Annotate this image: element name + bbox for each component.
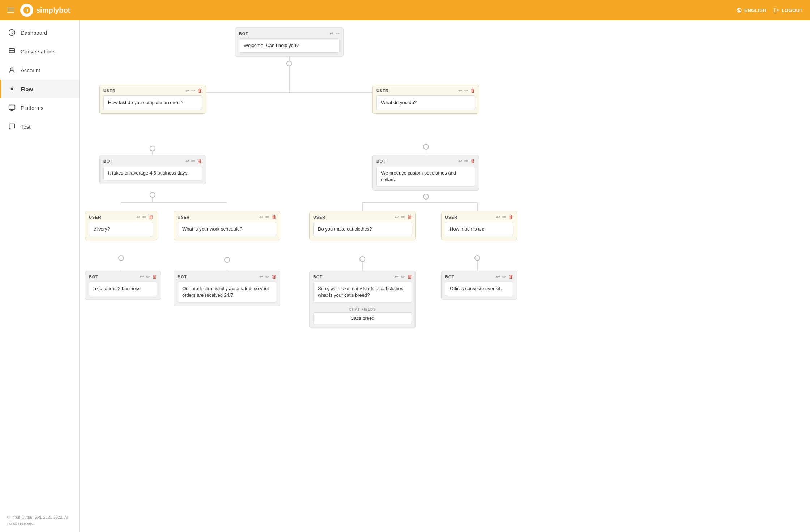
delete-icon[interactable]: 🗑: [152, 274, 157, 279]
node-body: What is your work schedule?: [178, 222, 276, 236]
node-body: elivery?: [89, 222, 153, 236]
account-icon: [8, 66, 16, 74]
delete-icon[interactable]: 🗑: [407, 274, 412, 279]
node-user-delivery: USER ↩ ✏ 🗑 elivery?: [85, 211, 157, 240]
node-user-howmuch: USER ↩ ✏ 🗑 How much is a c: [441, 211, 517, 240]
reply-icon[interactable]: ↩: [496, 274, 500, 279]
delete-icon[interactable]: 🗑: [197, 158, 202, 164]
node-label: USER: [376, 89, 389, 93]
connector-dot: [118, 255, 124, 261]
reply-icon[interactable]: ↩: [496, 214, 500, 220]
node-header: BOT ↩ ✏ 🗑: [310, 271, 415, 282]
node-body: What do you do?: [376, 95, 475, 110]
dashboard-icon: [8, 29, 16, 36]
connector-dot: [474, 255, 480, 261]
reply-icon[interactable]: ↩: [136, 214, 140, 220]
node-body: Sure, we make many kinds of cat clothes,…: [313, 282, 412, 303]
node-body: Our production is fully automated, so yo…: [178, 282, 276, 303]
logout-button[interactable]: LOGOUT: [773, 7, 803, 13]
node-bot-produce: BOT ↩ ✏ 🗑 We produce custom pet clothes …: [372, 155, 479, 191]
delete-icon[interactable]: 🗑: [470, 88, 475, 93]
node-header: BOT ↩ ✏ 🗑: [85, 271, 161, 282]
edit-icon[interactable]: ✏: [401, 214, 405, 220]
delete-icon[interactable]: 🗑: [508, 214, 513, 220]
connector-dot: [150, 192, 155, 198]
sidebar-nav: Dashboard Conversations Account Flow Pla…: [0, 20, 79, 136]
sidebar-item-test[interactable]: Test: [0, 117, 79, 136]
reply-icon[interactable]: ↩: [140, 274, 144, 279]
node-header: USER ↩ ✏ 🗑: [100, 85, 206, 95]
edit-icon[interactable]: ✏: [142, 214, 146, 220]
edit-icon[interactable]: ✏: [401, 274, 405, 279]
delete-icon[interactable]: 🗑: [407, 214, 412, 220]
delete-icon[interactable]: 🗑: [470, 158, 475, 164]
sidebar-item-flow[interactable]: Flow: [0, 80, 79, 98]
node-actions: ↩ ✏ 🗑: [185, 158, 202, 164]
svg-rect-3: [9, 49, 15, 53]
node-body: Officiis consecte eveniet.: [445, 282, 513, 296]
reply-icon[interactable]: ↩: [395, 274, 399, 279]
reply-icon[interactable]: ↩: [458, 88, 462, 93]
node-bot-welcome: BOT ↩ ✏ Welcome! Can I help you?: [235, 27, 344, 57]
svg-point-5: [11, 68, 13, 70]
reply-icon[interactable]: ↩: [329, 31, 333, 36]
node-header: USER ↩ ✏ 🗑: [310, 211, 415, 222]
sidebar-item-label: Dashboard: [21, 30, 47, 36]
node-label: USER: [445, 215, 457, 219]
node-body: How much is a c: [445, 222, 513, 236]
edit-icon[interactable]: ✏: [502, 274, 506, 279]
edit-icon[interactable]: ✏: [146, 274, 150, 279]
edit-icon[interactable]: ✏: [464, 88, 468, 93]
language-label: ENGLISH: [744, 8, 766, 13]
node-user-cat: USER ↩ ✏ 🗑 Do you make cat clothes?: [309, 211, 416, 240]
sidebar-item-conversations[interactable]: Conversations: [0, 42, 79, 61]
logo: simplybot: [20, 4, 70, 17]
hamburger-button[interactable]: [7, 8, 14, 13]
node-bot-cat-clothes: BOT ↩ ✏ 🗑 Sure, we make many kinds of ca…: [309, 271, 416, 328]
edit-icon[interactable]: ✏: [336, 31, 340, 36]
edit-icon[interactable]: ✏: [191, 158, 195, 164]
flow-canvas[interactable]: BOT ↩ ✏ Welcome! Can I help you? USER ↩ …: [80, 20, 803, 382]
reply-icon[interactable]: ↩: [259, 274, 263, 279]
delete-icon[interactable]: 🗑: [508, 274, 513, 279]
node-header: USER ↩ ✏ 🗑: [174, 211, 280, 222]
node-user-what: USER ↩ ✏ 🗑 What do you do?: [372, 85, 479, 114]
reply-icon[interactable]: ↩: [458, 158, 462, 164]
edit-icon[interactable]: ✏: [502, 214, 506, 220]
node-actions: ↩ ✏ 🗑: [496, 214, 513, 220]
reply-icon[interactable]: ↩: [185, 158, 189, 164]
main-content: BOT ↩ ✏ Welcome! Can I help you? USER ↩ …: [80, 20, 810, 532]
node-body: It takes on average 4-6 business days.: [103, 166, 202, 180]
delete-icon[interactable]: 🗑: [197, 88, 202, 93]
delete-icon[interactable]: 🗑: [149, 214, 153, 220]
delete-icon[interactable]: 🗑: [272, 214, 276, 220]
node-actions: ↩ ✏ 🗑: [136, 214, 153, 220]
header-right: ENGLISH LOGOUT: [736, 7, 803, 13]
node-actions: ↩ ✏ 🗑: [458, 158, 475, 164]
logout-label: LOGOUT: [781, 8, 803, 13]
node-header: BOT ↩ ✏ 🗑: [373, 155, 479, 166]
language-button[interactable]: ENGLISH: [736, 7, 766, 13]
node-label: BOT: [103, 159, 113, 163]
reply-icon[interactable]: ↩: [185, 88, 189, 93]
logo-text: simplybot: [36, 6, 70, 14]
edit-icon[interactable]: ✏: [464, 158, 468, 164]
node-actions: ↩ ✏ 🗑: [395, 274, 412, 279]
logo-icon: [20, 4, 33, 17]
reply-icon[interactable]: ↩: [395, 214, 399, 220]
flow-lines: [80, 20, 803, 382]
sidebar-item-label: Flow: [21, 86, 33, 92]
node-body: We produce custom pet clothes and collar…: [376, 166, 475, 187]
reply-icon[interactable]: ↩: [259, 214, 263, 220]
edit-icon[interactable]: ✏: [191, 88, 195, 93]
node-bot-automated: BOT ↩ ✏ 🗑 Our production is fully automa…: [174, 271, 280, 306]
sidebar-item-platforms[interactable]: Platforms: [0, 98, 79, 117]
node-bot-business: BOT ↩ ✏ 🗑 akes about 2 business: [85, 271, 161, 300]
delete-icon[interactable]: 🗑: [272, 274, 276, 279]
sidebar-item-account[interactable]: Account: [0, 61, 79, 80]
edit-icon[interactable]: ✏: [265, 274, 269, 279]
edit-icon[interactable]: ✏: [265, 214, 269, 220]
sidebar-item-dashboard[interactable]: Dashboard: [0, 23, 79, 42]
node-label: USER: [313, 215, 325, 219]
sidebar-footer: © Input-Output SRL 2021-2022. All rights…: [0, 509, 79, 532]
